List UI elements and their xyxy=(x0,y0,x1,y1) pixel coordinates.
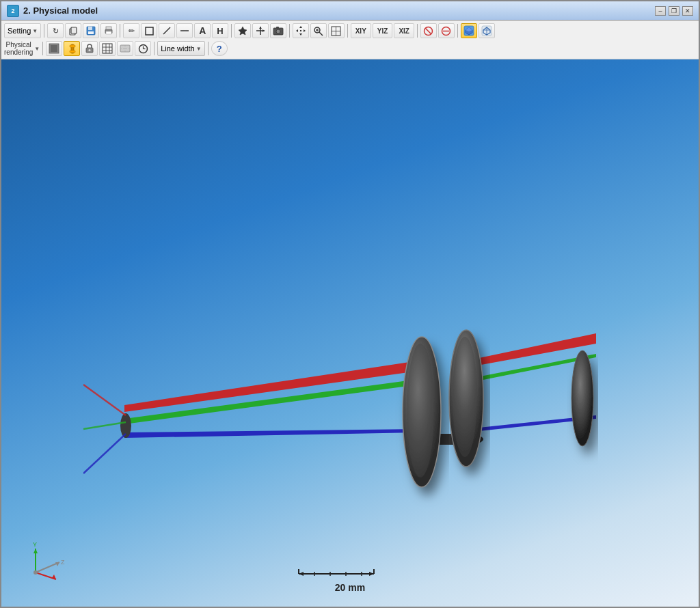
copy-button[interactable] xyxy=(65,23,81,38)
svg-marker-21 xyxy=(296,29,298,32)
scale-bar: 20 mm xyxy=(295,567,405,593)
svg-rect-23 xyxy=(300,30,301,31)
viewport[interactable]: Z Y xyxy=(1,59,699,607)
svg-point-71 xyxy=(407,344,434,478)
axis-indicator: Z Y xyxy=(22,538,70,586)
close-button[interactable]: ✕ xyxy=(682,6,693,16)
setting-label: Setting xyxy=(8,27,31,35)
svg-point-74 xyxy=(453,337,477,457)
separator-6 xyxy=(417,24,418,38)
print-button[interactable] xyxy=(100,23,117,38)
svg-line-80 xyxy=(83,434,126,473)
svg-line-25 xyxy=(319,32,323,36)
svg-rect-1 xyxy=(71,27,77,33)
setting-dropdown-arrow: ▼ xyxy=(32,28,38,34)
svg-rect-46 xyxy=(70,51,75,53)
separator-2 xyxy=(120,24,120,38)
model-svg xyxy=(83,146,617,521)
separator-1 xyxy=(44,24,44,38)
app-window: 2 2. Physical model – ❐ ✕ Setting ▼ ↻ xyxy=(0,0,700,608)
clock-button[interactable] xyxy=(135,41,151,56)
svg-line-79 xyxy=(83,422,126,429)
grid-button[interactable] xyxy=(99,41,116,56)
app-icon: 2 xyxy=(7,5,19,17)
probe-button[interactable] xyxy=(64,41,80,56)
svg-marker-97 xyxy=(369,572,374,576)
axis-tool-button[interactable] xyxy=(252,23,269,38)
svg-marker-22 xyxy=(304,29,306,32)
svg-point-17 xyxy=(276,29,280,33)
setting-dropdown[interactable]: Setting ▼ xyxy=(4,23,41,38)
line-width-dropdown[interactable]: Line width ▼ xyxy=(157,41,204,56)
toolbar-row-1: Setting ▼ ↻ xyxy=(4,22,696,40)
view-button[interactable] xyxy=(328,23,345,38)
svg-line-9 xyxy=(163,27,170,34)
title-bar: 2 2. Physical model – ❐ ✕ xyxy=(1,1,699,20)
svg-text:Y: Y xyxy=(33,541,37,548)
separator-9 xyxy=(154,42,154,55)
svg-point-89 xyxy=(33,570,38,575)
pencil-button[interactable]: ✏ xyxy=(123,23,139,38)
render-3d-button[interactable] xyxy=(461,23,477,38)
line-width-label: Line width xyxy=(161,44,195,53)
svg-marker-20 xyxy=(299,33,302,36)
xiy-button[interactable]: XIY xyxy=(351,23,371,38)
svg-rect-4 xyxy=(88,31,94,34)
minimize-button[interactable]: – xyxy=(655,6,666,16)
separator-8 xyxy=(42,42,43,55)
svg-marker-11 xyxy=(239,27,247,35)
physical-rendering-label: Physicalrendering xyxy=(4,41,33,56)
svg-point-48 xyxy=(89,49,91,51)
separator-4 xyxy=(289,24,290,38)
restore-button[interactable]: ❐ xyxy=(669,6,679,16)
window-title: 2. Physical model xyxy=(23,5,655,16)
lock-button[interactable] xyxy=(81,41,98,56)
move-button[interactable] xyxy=(293,23,309,38)
svg-rect-6 xyxy=(106,27,111,29)
svg-rect-3 xyxy=(88,27,92,30)
svg-marker-64 xyxy=(124,429,418,438)
svg-text:Z: Z xyxy=(61,559,65,566)
snapshot-button[interactable] xyxy=(117,41,133,56)
text-H-button[interactable]: H xyxy=(212,23,228,38)
separator-5 xyxy=(347,24,348,38)
toolbar-area: Setting ▼ ↻ xyxy=(1,20,699,59)
rectangle-button[interactable] xyxy=(141,23,157,38)
svg-line-78 xyxy=(83,385,126,415)
color-button[interactable] xyxy=(46,41,62,56)
svg-marker-19 xyxy=(299,26,302,28)
svg-rect-18 xyxy=(276,27,279,29)
scale-bar-line xyxy=(295,567,405,581)
svg-marker-98 xyxy=(299,572,304,576)
wireframe-button[interactable] xyxy=(479,23,495,38)
yiz-button[interactable]: YIZ xyxy=(373,23,393,38)
physical-rendering-arrow[interactable]: ▼ xyxy=(34,46,40,52)
window-controls: – ❐ ✕ xyxy=(655,6,693,16)
physical-rendering-container: Physicalrendering ▼ xyxy=(4,41,40,56)
text-A-button[interactable]: A xyxy=(194,23,211,38)
svg-rect-7 xyxy=(106,31,111,34)
dash-button[interactable] xyxy=(176,23,193,38)
svg-rect-45 xyxy=(70,45,75,47)
zoom-button[interactable] xyxy=(310,23,327,38)
camera-button[interactable] xyxy=(270,23,286,38)
help-button[interactable]: ? xyxy=(211,41,228,56)
toolbar-row-2: Physicalrendering ▼ xyxy=(4,40,696,57)
svg-marker-14 xyxy=(259,27,262,29)
separator-10 xyxy=(208,42,208,55)
svg-marker-87 xyxy=(33,549,38,553)
line-button[interactable] xyxy=(159,23,175,38)
svg-line-32 xyxy=(425,28,431,34)
save-button[interactable] xyxy=(83,23,99,38)
svg-marker-15 xyxy=(262,29,265,32)
restrict-1-button[interactable] xyxy=(420,23,437,38)
xiz-button[interactable]: XIZ xyxy=(394,23,414,38)
restrict-2-button[interactable] xyxy=(438,23,455,38)
line-width-arrow: ▼ xyxy=(196,46,202,52)
star-tool-button[interactable] xyxy=(234,23,251,38)
refresh-button[interactable]: ↻ xyxy=(47,23,64,38)
separator-3 xyxy=(231,24,232,38)
svg-rect-43 xyxy=(51,45,57,52)
svg-line-81 xyxy=(36,562,59,572)
svg-rect-8 xyxy=(146,27,153,35)
